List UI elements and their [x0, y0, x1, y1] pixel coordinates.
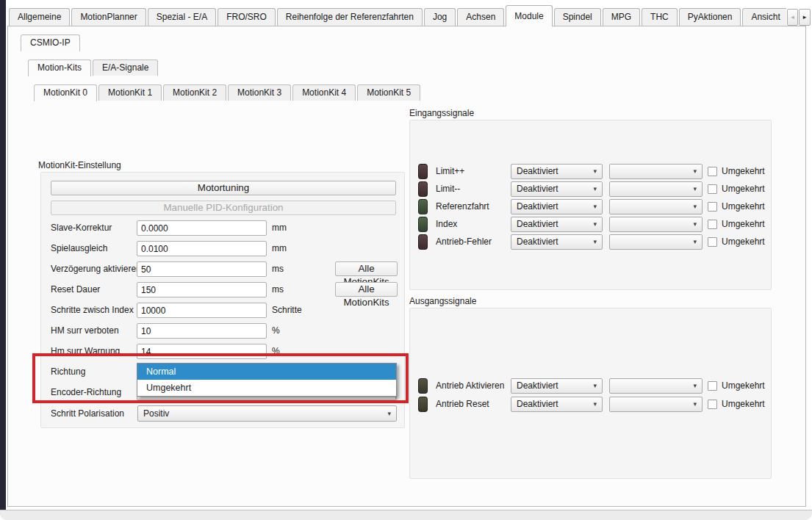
antrieb-fehler-invert-checkbox[interactable]	[708, 237, 717, 247]
index-mode-select[interactable]: Deaktiviert▾	[511, 217, 603, 232]
chevron-down-icon: ▾	[593, 235, 597, 249]
settings-row-polarisation: Schritt Polarisation Positiv ▾	[41, 405, 404, 422]
tab-jog[interactable]: Jog	[424, 8, 456, 26]
antrieb-reset-pin-select[interactable]: ▾	[609, 397, 703, 412]
referenzfahrt-pin-select[interactable]: ▾	[609, 199, 703, 214]
index-invert-checkbox[interactable]	[708, 220, 717, 229]
checkbox-label: Umgekehrt	[722, 199, 765, 214]
polarisation-select[interactable]: Positiv ▾	[137, 405, 397, 422]
signal-row-index: Index Deaktiviert▾ ▾ Umgekehrt	[410, 217, 771, 232]
limit-minus-mode-select[interactable]: Deaktiviert▾	[511, 181, 603, 197]
signal-row-referenzfahrt: Referenzfahrt Deaktiviert▾ ▾ Umgekehrt	[410, 199, 771, 214]
signal-row-limit-minus: Limit-- Deaktiviert▾ ▾ Umgekehrt	[410, 181, 771, 197]
hm-verboten-input[interactable]	[137, 323, 267, 339]
tab-thc[interactable]: THC	[642, 8, 678, 26]
tab-fro-sro[interactable]: FRO/SRO	[218, 8, 276, 26]
settings-row-slave-korrektur: Slave-Korrektur mm	[41, 220, 404, 236]
dropdown-option-umgekehrt[interactable]: Umgekehrt	[137, 380, 396, 396]
chevron-down-icon: ▾	[693, 217, 697, 231]
tab-motionkit-0[interactable]: MotionKit 0	[34, 84, 97, 101]
limit-minus-led-icon	[418, 181, 428, 197]
verzoegerung-input[interactable]	[137, 261, 267, 277]
motionkit-tabbar: MotionKit 0 MotionKit 1 MotionKit 2 Moti…	[34, 84, 422, 101]
hm-warnung-input[interactable]	[137, 344, 267, 359]
antrieb-aktivieren-led-icon	[418, 378, 428, 394]
tab-motionkit-3[interactable]: MotionKit 3	[228, 84, 291, 101]
settings-row-spielausgleich: Spielausgleich mm	[41, 241, 404, 256]
antrieb-aktivieren-pin-select[interactable]: ▾	[609, 378, 703, 394]
tab-motionkit-5[interactable]: MotionKit 5	[357, 84, 420, 101]
reset-dauer-input[interactable]	[137, 282, 267, 297]
slave-korrektur-input[interactable]	[137, 220, 267, 236]
field-label: Spielausgleich	[51, 241, 107, 256]
alle-motionkits-button[interactable]: Alle MotionKits	[335, 282, 398, 297]
unit-label: ms	[272, 282, 284, 297]
unit-label: ms	[272, 261, 284, 277]
field-label: Slave-Korrektur	[51, 220, 112, 236]
tab-ea-signale[interactable]: E/A-Signale	[93, 59, 158, 76]
chevron-down-icon: ▾	[593, 217, 597, 231]
tab-mpg[interactable]: MPG	[603, 8, 640, 26]
background-window-edge	[0, 0, 6, 514]
motortuning-button[interactable]: Motortuning	[51, 181, 396, 195]
checkbox-label: Umgekehrt	[722, 378, 765, 394]
antrieb-aktivieren-invert-checkbox[interactable]	[708, 381, 717, 391]
settings-row-schritte-index: Schritte zwisch Index Schritte	[41, 303, 404, 318]
limit-minus-invert-checkbox[interactable]	[708, 184, 717, 194]
tab-spezial-ea[interactable]: Spezial - E/A	[148, 8, 216, 26]
tab-module[interactable]: Module	[506, 5, 552, 26]
antrieb-aktivieren-mode-select[interactable]: Deaktiviert▾	[511, 378, 603, 394]
limit-plus-led-icon	[418, 164, 428, 179]
signal-label: Index	[436, 217, 457, 232]
tab-scroll-right-button[interactable]: ▸	[799, 9, 811, 26]
tab-motionkit-1[interactable]: MotionKit 1	[98, 84, 162, 101]
tab-motionkit-2[interactable]: MotionKit 2	[163, 84, 226, 101]
selected-value: Deaktiviert	[517, 397, 558, 411]
tab-ansicht[interactable]: Ansicht	[742, 8, 786, 26]
referenzfahrt-invert-checkbox[interactable]	[708, 202, 717, 212]
tab-scroll-left-button[interactable]: ◂	[787, 9, 798, 26]
chevron-down-icon: ▾	[693, 235, 697, 249]
signal-label: Limit++	[436, 164, 464, 179]
tab-motionplanner[interactable]: MotionPlanner	[71, 8, 145, 26]
tab-motionkit-4[interactable]: MotionKit 4	[292, 84, 356, 101]
main-tabbar: Allgemeine MotionPlanner Spezial - E/A F…	[9, 5, 786, 26]
unit-label: Schritte	[272, 303, 302, 318]
index-led-icon	[418, 217, 428, 232]
spielausgleich-input[interactable]	[137, 241, 267, 256]
signal-label: Antrieb-Fehler	[436, 234, 492, 250]
alle-motionkits-button[interactable]: Alle MotionKits	[335, 261, 398, 276]
unit-label: mm	[272, 220, 287, 236]
tab-pyaktionen[interactable]: PyAktionen	[679, 8, 741, 26]
selected-value: Deaktiviert	[517, 235, 558, 249]
antrieb-fehler-mode-select[interactable]: Deaktiviert▾	[511, 234, 603, 250]
signal-row-antrieb-fehler: Antrieb-Fehler Deaktiviert▾ ▾ Umgekehrt	[410, 234, 771, 250]
checkbox-label: Umgekehrt	[722, 234, 765, 250]
antrieb-reset-mode-select[interactable]: Deaktiviert▾	[511, 397, 603, 412]
tab-csmio-ip[interactable]: CSMIO-IP	[21, 35, 80, 51]
antrieb-fehler-pin-select[interactable]: ▾	[609, 234, 703, 250]
tab-allgemeine[interactable]: Allgemeine	[9, 8, 70, 26]
signal-label: Antrieb Reset	[436, 397, 489, 412]
field-label: Schritte zwisch Index	[51, 303, 134, 318]
settings-group-title: MotionKit-Einstellung	[38, 160, 121, 170]
antrieb-reset-invert-checkbox[interactable]	[708, 400, 717, 409]
limit-plus-invert-checkbox[interactable]	[708, 167, 717, 176]
limit-plus-mode-select[interactable]: Deaktiviert▾	[511, 164, 603, 179]
referenzfahrt-mode-select[interactable]: Deaktiviert▾	[511, 199, 603, 214]
dropdown-option-normal[interactable]: Normal	[137, 364, 396, 380]
limit-plus-pin-select[interactable]: ▾	[609, 164, 703, 179]
tab-reihenfolge[interactable]: Reihenfolge der Referenzfahrten	[277, 8, 423, 26]
settings-row-reset-dauer: Reset Dauer ms Alle MotionKits	[41, 282, 404, 297]
tab-achsen[interactable]: Achsen	[457, 8, 504, 26]
index-pin-select[interactable]: ▾	[609, 217, 703, 232]
section-tabbar: Motion-Kits E/A-Signale	[28, 59, 159, 76]
antrieb-fehler-led-icon	[418, 234, 428, 250]
tab-spindel[interactable]: Spindel	[554, 8, 601, 26]
schritte-index-input[interactable]	[137, 303, 267, 318]
manual-pid-button[interactable]: Manuelle PID-Konfiguration	[51, 201, 396, 215]
tab-motion-kits[interactable]: Motion-Kits	[28, 59, 91, 76]
richtung-dropdown-popup: Normal Umgekehrt	[137, 363, 397, 397]
limit-minus-pin-select[interactable]: ▾	[609, 181, 703, 197]
unit-label: %	[272, 323, 280, 339]
